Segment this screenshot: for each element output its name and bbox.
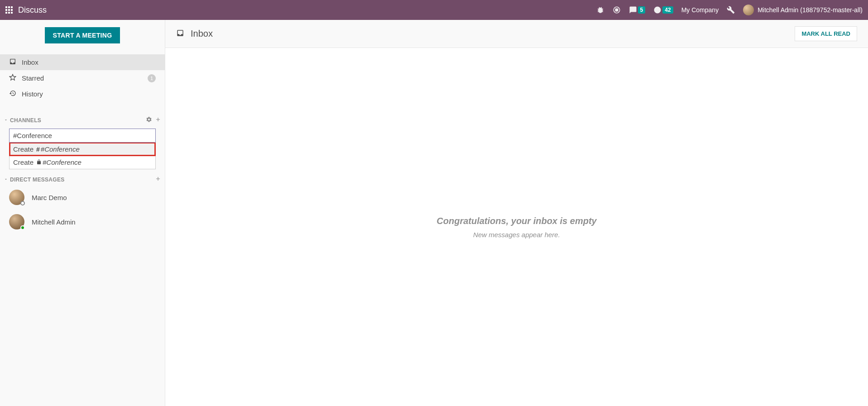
mailbox-starred-label: Starred bbox=[22, 74, 44, 82]
create-label: Create bbox=[13, 145, 34, 153]
developer-tools-icon[interactable] bbox=[727, 6, 735, 14]
user-avatar-icon bbox=[743, 5, 754, 15]
plus-icon[interactable] bbox=[155, 116, 161, 124]
page-title: Inbox bbox=[191, 29, 213, 39]
starred-count-badge: 1 bbox=[148, 74, 156, 82]
mailbox-inbox[interactable]: Inbox bbox=[0, 54, 165, 70]
lock-icon bbox=[36, 159, 42, 165]
channel-name-text: #Conference bbox=[41, 145, 80, 153]
channel-name-text: #Conference bbox=[43, 158, 82, 166]
star-icon bbox=[9, 74, 16, 82]
dm-item-marc-demo[interactable]: Marc Demo bbox=[0, 185, 165, 210]
plus-icon[interactable] bbox=[155, 176, 161, 183]
mailbox-history-label: History bbox=[22, 90, 43, 98]
hash-icon: # bbox=[36, 146, 40, 153]
main-area: Inbox MARK ALL READ Congratulations, you… bbox=[165, 20, 868, 406]
mark-all-read-button[interactable]: MARK ALL READ bbox=[795, 26, 857, 41]
messages-icon[interactable]: 5 bbox=[629, 6, 646, 14]
navbar: Discuss 5 42 My Company Mitchell Admin (… bbox=[0, 0, 868, 20]
meeting-button-wrap: START A MEETING bbox=[0, 27, 165, 43]
apps-icon[interactable] bbox=[5, 6, 13, 14]
dm-item-mitchell-admin[interactable]: Mitchell Admin bbox=[0, 210, 165, 234]
dm-name: Mitchell Admin bbox=[32, 218, 76, 226]
gear-icon[interactable] bbox=[146, 116, 152, 124]
main-header: Inbox MARK ALL READ bbox=[165, 20, 868, 48]
dm-category-header[interactable]: DIRECT MESSAGES bbox=[0, 174, 165, 185]
channel-create-dropdown: Create # #Conference Create #Conference bbox=[9, 143, 156, 169]
avatar bbox=[9, 214, 24, 229]
support-icon[interactable] bbox=[613, 6, 621, 14]
empty-subtext: New messages appear here. bbox=[473, 231, 560, 239]
app-title[interactable]: Discuss bbox=[18, 5, 47, 15]
company-name[interactable]: My Company bbox=[681, 6, 719, 14]
empty-heading: Congratulations, your inbox is empty bbox=[436, 216, 596, 226]
navbar-right: 5 42 My Company Mitchell Admin (18879752… bbox=[596, 5, 863, 15]
navbar-left: Discuss bbox=[5, 5, 47, 15]
channel-input-wrap bbox=[0, 129, 165, 143]
status-online-icon bbox=[20, 225, 25, 230]
avatar bbox=[9, 190, 24, 205]
chevron-down-icon bbox=[4, 177, 10, 183]
start-meeting-button[interactable]: START A MEETING bbox=[45, 27, 120, 43]
messages-badge: 5 bbox=[638, 6, 646, 14]
mailbox-starred[interactable]: Starred 1 bbox=[0, 70, 165, 86]
create-private-channel-option[interactable]: Create #Conference bbox=[10, 156, 155, 169]
activities-icon[interactable]: 42 bbox=[653, 6, 673, 14]
status-offline-icon bbox=[20, 201, 25, 205]
create-public-channel-option[interactable]: Create # #Conference bbox=[10, 143, 155, 156]
empty-state: Congratulations, your inbox is empty New… bbox=[165, 48, 868, 406]
inbox-icon bbox=[9, 58, 16, 67]
mailbox-history[interactable]: History bbox=[0, 86, 165, 102]
dm-header-label: DIRECT MESSAGES bbox=[10, 177, 65, 183]
channel-search-input[interactable] bbox=[9, 129, 156, 143]
channels-category-header[interactable]: CHANNELS bbox=[0, 115, 165, 126]
activities-badge: 42 bbox=[662, 6, 673, 14]
user-name: Mitchell Admin (18879752-master-all) bbox=[758, 6, 863, 14]
chevron-down-icon bbox=[4, 117, 10, 124]
user-menu[interactable]: Mitchell Admin (18879752-master-all) bbox=[743, 5, 863, 15]
debug-icon[interactable] bbox=[596, 6, 604, 14]
dm-name: Marc Demo bbox=[32, 194, 67, 201]
mailbox-inbox-label: Inbox bbox=[22, 58, 38, 66]
history-icon bbox=[9, 90, 16, 98]
channels-header-label: CHANNELS bbox=[10, 117, 41, 124]
create-label: Create bbox=[13, 158, 34, 166]
sidebar: START A MEETING Inbox Starred 1 History bbox=[0, 20, 165, 406]
layout: START A MEETING Inbox Starred 1 History bbox=[0, 20, 868, 406]
inbox-icon bbox=[176, 29, 191, 38]
